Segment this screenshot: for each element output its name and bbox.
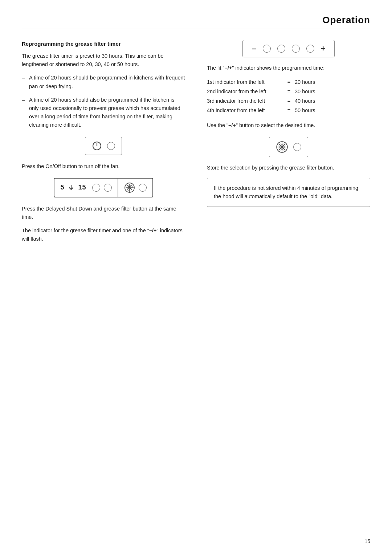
- list-item: A time of 20 hours should also be progra…: [22, 96, 185, 130]
- grease-filter-icon: [124, 182, 135, 193]
- pm-panel: – +: [242, 40, 334, 57]
- grease-section: [118, 179, 152, 197]
- delayed-text: Press the Delayed Shut Down and grease f…: [22, 205, 185, 221]
- right-column: – + The lit "–/+" indicator shows the pr…: [203, 40, 370, 248]
- indicator-row: 4th indicator from the left = 50 hours: [207, 106, 370, 115]
- delayed-panel: 5 15: [54, 178, 153, 197]
- circle-indicator-empty: [107, 142, 115, 150]
- list-item: A time of 20 hours should be programmed …: [22, 74, 185, 90]
- page-number: 15: [364, 538, 370, 544]
- store-text: Store the selection by pressing the grea…: [207, 164, 370, 172]
- notice-box: If the procedure is not stored within 4 …: [207, 178, 370, 207]
- indicator-row: 2nd indicator from the left = 30 hours: [207, 87, 370, 96]
- pm-circle-2: [277, 45, 285, 53]
- page-container: Operation Reprogramming the grease filte…: [0, 0, 392, 555]
- pm-circle-4: [306, 45, 314, 53]
- left-column: Reprogramming the grease filter timer Th…: [22, 40, 189, 248]
- power-button: [92, 141, 102, 151]
- section-title: Reprogramming the grease filter timer: [22, 40, 185, 48]
- bullet-list: A time of 20 hours should be programmed …: [22, 74, 185, 129]
- delay-label-2: 15: [78, 184, 86, 191]
- plus-symbol: +: [321, 44, 326, 53]
- circle-indicator-3: [139, 184, 147, 192]
- delayed-section: 5 15: [54, 180, 117, 195]
- notice-text: If the procedure is not stored within 4 …: [214, 185, 358, 199]
- indicator-equals-1: =: [285, 77, 293, 87]
- indicator-value-3: 40 hours: [295, 96, 370, 106]
- indicator-row: 1st indicator from the left = 20 hours: [207, 77, 370, 87]
- store-circle-indicator: [293, 143, 301, 151]
- pm-circle-1: [263, 45, 271, 53]
- page-header: Operation: [22, 15, 370, 29]
- indicator-row: 3rd indicator from the left = 40 hours: [207, 96, 370, 106]
- circle-indicator-1: [92, 184, 100, 192]
- power-icon: [92, 141, 102, 151]
- minus-symbol: –: [252, 44, 256, 53]
- indicator-value-1: 20 hours: [295, 77, 370, 87]
- indicator-equals-4: =: [285, 106, 293, 115]
- page-title: Operation: [322, 15, 370, 26]
- indicator-label-3: 3rd indicator from the left: [207, 96, 283, 106]
- onoff-text: Press the On/Off button to turn off the …: [22, 162, 185, 171]
- indicator-label-1: 1st indicator from the left: [207, 77, 283, 87]
- select-text: Use the "–/+" button to select the desir…: [207, 121, 370, 130]
- circle-indicator-2: [104, 184, 112, 192]
- indicator-label-2: 2nd indicator from the left: [207, 87, 283, 96]
- delay-arrow-icon: [68, 184, 74, 191]
- intro-text: The grease filter timer is preset to 30 …: [22, 52, 185, 69]
- indicator-value-2: 30 hours: [295, 87, 370, 96]
- delay-label: 5: [60, 184, 64, 191]
- content-area: Reprogramming the grease filter timer Th…: [22, 40, 370, 248]
- indicator-equals-3: =: [285, 96, 293, 106]
- store-panel: [269, 137, 308, 157]
- indicator-value-4: 50 hours: [295, 106, 370, 115]
- lit-indicator-text: The lit "–/+" indicator shows the progra…: [207, 64, 370, 72]
- indicator-equals-2: =: [285, 87, 293, 96]
- indicator-label-4: 4th indicator from the left: [207, 106, 283, 115]
- indicator-table: 1st indicator from the left = 20 hours 2…: [207, 77, 370, 115]
- onoff-panel: [85, 137, 122, 155]
- grease-filter-icon-2: [276, 141, 288, 153]
- flash-text: The indicator for the grease filter time…: [22, 227, 185, 243]
- pm-circle-3: [292, 45, 300, 53]
